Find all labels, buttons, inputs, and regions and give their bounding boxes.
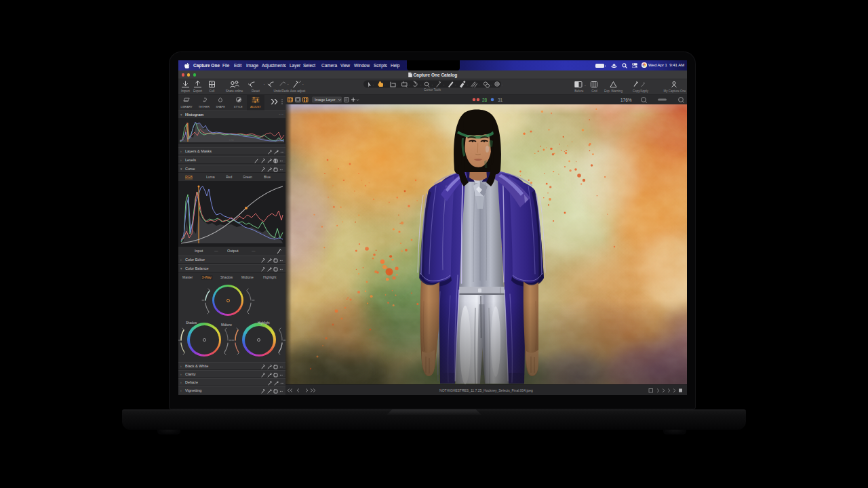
svg-text:My Capture One: My Capture One (663, 89, 686, 93)
svg-text:⌄: ⌄ (420, 83, 422, 86)
svg-text:Undo/Redo: Undo/Redo (274, 89, 290, 93)
svg-text:0.00: 0.00 (180, 139, 185, 142)
svg-text:Export: Export (193, 89, 203, 93)
svg-text:Midtone: Midtone (221, 323, 233, 327)
svg-text:⌄: ⌄ (467, 83, 469, 86)
svg-text:⌄: ⌄ (396, 83, 398, 86)
svg-text:⌄: ⌄ (490, 83, 492, 86)
svg-text:LIBRARY: LIBRARY (181, 105, 193, 108)
svg-text:Exp. Warning: Exp. Warning (604, 89, 623, 93)
svg-text:SHAPE: SHAPE (216, 105, 225, 108)
svg-text:⌄: ⌄ (384, 83, 386, 86)
svg-text:Cull: Cull (210, 89, 215, 93)
svg-text:Import: Import (181, 89, 191, 93)
svg-text:⌄: ⌄ (454, 83, 456, 86)
svg-text:Share online: Share online (226, 89, 243, 93)
svg-text:Highlight: Highlight (258, 321, 270, 325)
svg-text:STYLE: STYLE (234, 105, 243, 108)
svg-text:ADJUST: ADJUST (250, 105, 261, 108)
svg-text:⌄: ⌄ (408, 83, 410, 86)
svg-text:⌄: ⌄ (372, 83, 374, 86)
svg-text:⌄: ⌄ (478, 83, 480, 86)
svg-text:⌄: ⌄ (443, 83, 445, 86)
svg-text:Reset: Reset (252, 89, 260, 93)
svg-text:Grid: Grid (591, 89, 597, 93)
svg-text:1.0: 1.0 (277, 139, 280, 142)
svg-text:⌄: ⌄ (302, 82, 304, 85)
svg-text:⌄: ⌄ (501, 83, 503, 86)
svg-text:⌄: ⌄ (584, 83, 587, 87)
svg-text:Shadow: Shadow (186, 321, 197, 325)
svg-text:28: 28 (482, 98, 488, 102)
svg-text:NOTHIGHESTRES_11.7.25_Hockney_: NOTHIGHESTRES_11.7.25_Hockney_Selects_Fi… (439, 388, 533, 392)
svg-text:Copy/Apply: Copy/Apply (633, 89, 649, 93)
svg-text:⌄: ⌄ (431, 83, 433, 86)
svg-text:Image Layer: Image Layer (315, 98, 336, 102)
svg-text:31: 31 (498, 98, 503, 102)
svg-text:⌄: ⌄ (263, 82, 265, 85)
svg-text:Before: Before (574, 89, 584, 93)
svg-text:Cursor Tools: Cursor Tools (424, 88, 441, 92)
svg-text:Auto adjust: Auto adjust (290, 89, 306, 93)
svg-text:⌄: ⌄ (287, 82, 289, 85)
svg-text:TETHER: TETHER (199, 105, 210, 108)
svg-text:0.50: 0.50 (229, 139, 234, 142)
svg-text:176%: 176% (620, 98, 632, 102)
